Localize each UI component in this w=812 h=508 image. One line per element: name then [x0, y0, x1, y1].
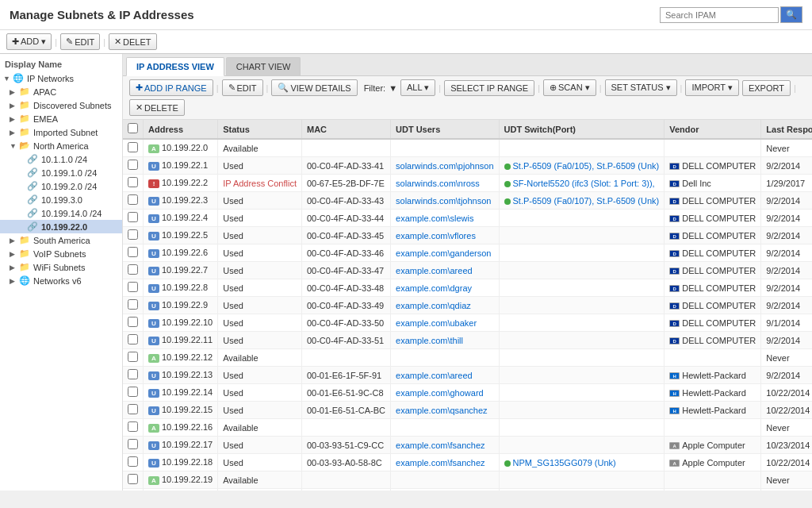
- expand-icon: ▶: [10, 102, 17, 110]
- sidebar-item-networks-v6[interactable]: ▶ 🌐 Networks v6: [0, 274, 122, 287]
- sidebar-item-emea[interactable]: ▶ 📁 EMEA: [0, 112, 122, 125]
- sidebar-item-10-199-14-0[interactable]: 🔗 10.199.14.0 /24: [0, 206, 122, 220]
- udt-user-link[interactable]: example.com\areed: [396, 371, 473, 380]
- network-icon: 🔗: [27, 194, 38, 205]
- set-status-button[interactable]: SET STATUS ▾: [605, 79, 677, 96]
- row-checkbox[interactable]: [128, 474, 138, 484]
- cell-mac: [301, 471, 390, 489]
- udt-user-link[interactable]: example.com\ghoward: [396, 388, 484, 398]
- udt-user-link[interactable]: example.com\slewis: [396, 214, 473, 223]
- row-checkbox[interactable]: [128, 387, 138, 397]
- row-checkbox[interactable]: [128, 282, 138, 292]
- cell-mac: 00-C0-4F-AD-33-41: [301, 157, 390, 175]
- row-checkbox[interactable]: [128, 299, 138, 310]
- row-checkbox[interactable]: [128, 369, 138, 379]
- udt-user-link[interactable]: example.com\ganderson: [396, 248, 491, 258]
- cell-mac: 00-67-E5-2B-DF-7E: [301, 175, 390, 192]
- sidebar-item-voip[interactable]: ▶ 📁 VoIP Subnets: [0, 247, 122, 260]
- udt-user-link[interactable]: example.com\dgray: [396, 283, 472, 293]
- udt-user-link[interactable]: example.com\fsanchez: [396, 441, 485, 450]
- cell-udt-users: solarwinds.com\tjohnson: [391, 192, 500, 210]
- sidebar-item-south-america[interactable]: ▶ 📁 South America: [0, 233, 122, 247]
- cell-udt-users: example.com\dgray: [391, 279, 500, 297]
- status-icon: U: [148, 337, 159, 345]
- action-edit-button[interactable]: ✎ EDIT: [222, 79, 263, 96]
- udt-user-link[interactable]: example.com\qsanchez: [396, 406, 488, 415]
- row-checkbox[interactable]: [128, 317, 138, 327]
- table-row: U10.199.22.13Used00-01-E6-1F-5F-91exampl…: [123, 367, 812, 384]
- cell-udt-switch: [499, 332, 665, 349]
- scan-button[interactable]: ⊕ SCAN ▾: [543, 79, 596, 96]
- tab-ip-address-view[interactable]: IP ADDRESS VIEW: [126, 57, 224, 76]
- row-checkbox[interactable]: [128, 264, 138, 275]
- tab-chart-view[interactable]: CHART VIEW: [226, 57, 301, 75]
- add-button[interactable]: ✚ ADD ▾: [6, 33, 52, 50]
- edit-button[interactable]: ✎ EDIT: [60, 33, 100, 50]
- folder-icon: 📂: [19, 140, 30, 151]
- row-checkbox[interactable]: [128, 160, 138, 170]
- import-button[interactable]: IMPORT ▾: [685, 79, 738, 96]
- udt-switch-link[interactable]: SF-Nortel5520 (ifc3 (Slot: 1 Port: 3)),: [513, 179, 655, 188]
- sidebar-item-apac[interactable]: ▶ 📁 APAC: [0, 85, 122, 98]
- sidebar-item-imported[interactable]: ▶ 📁 Imported Subnet: [0, 125, 122, 139]
- network-icon: 🔗: [27, 208, 38, 218]
- cell-last-response: 9/2/2014: [761, 297, 812, 314]
- udt-switch-link[interactable]: NPM_SG135GG079 (Unk): [513, 458, 616, 468]
- table-delete-button[interactable]: ✕ DELETE: [129, 99, 185, 116]
- view-details-button[interactable]: 🔍 VIEW DETAILS: [271, 79, 357, 96]
- row-checkbox[interactable]: [128, 404, 138, 414]
- cell-mac: 00-C0-4F-AD-33-44: [301, 210, 390, 227]
- cell-last-response: 9/1/2014: [761, 314, 812, 332]
- edit-icon: ✎: [66, 37, 73, 47]
- sidebar-item-ip-networks[interactable]: ▼ 🌐 IP Networks: [0, 71, 122, 85]
- sidebar-item-10-199-3-0[interactable]: 🔗 10.199.3.0: [0, 193, 122, 206]
- udt-user-link[interactable]: solarwinds.com\nross: [396, 179, 480, 188]
- select-all-checkbox[interactable]: [128, 123, 138, 133]
- cell-udt-users: example.com\areed: [391, 367, 500, 384]
- delete-button[interactable]: ✕ DELET: [109, 33, 156, 50]
- row-checkbox[interactable]: [128, 212, 138, 222]
- udt-user-link[interactable]: example.com\thill: [396, 336, 463, 345]
- row-checkbox[interactable]: [128, 456, 138, 467]
- vendor-icon: H: [669, 390, 680, 397]
- udt-user-link[interactable]: solarwinds.com\pjohnson: [396, 161, 494, 171]
- filter-all-button[interactable]: ALL ▾: [400, 79, 435, 96]
- sidebar-item-10-199-22-0[interactable]: 🔗 10.199.22.0: [0, 220, 122, 233]
- sidebar-item-wifi[interactable]: ▶ 📁 WiFi Subnets: [0, 260, 122, 274]
- add-ip-range-button[interactable]: ✚ ADD IP RANGE: [129, 79, 213, 96]
- search-button[interactable]: 🔍: [780, 6, 802, 23]
- cell-mac: 00-C0-4F-AD-33-45: [301, 227, 390, 244]
- select-ip-range-button[interactable]: SELECT IP RANGE: [444, 80, 534, 96]
- row-checkbox[interactable]: [128, 352, 138, 362]
- sidebar-item-10-1-1-0[interactable]: 🔗 10.1.1.0 /24: [0, 152, 122, 166]
- sidebar-item-label: 10.199.22.0: [41, 222, 87, 232]
- udt-switch-link[interactable]: St.P-6509 (Fa0/107), St.P-6509 (Unk): [513, 196, 660, 206]
- row-checkbox[interactable]: [128, 439, 138, 449]
- row-checkbox[interactable]: [128, 421, 138, 432]
- row-checkbox[interactable]: [128, 247, 138, 257]
- cell-vendor: AApple Computer: [665, 454, 761, 471]
- udt-switch-link[interactable]: St.P-6509 (Fa0/105), St.P-6509 (Unk): [513, 161, 660, 171]
- sidebar-item-10-199-2-0[interactable]: 🔗 10.199.2.0 /24: [0, 179, 122, 193]
- udt-user-link[interactable]: example.com\fsanchez: [396, 458, 485, 468]
- cell-last-response: 9/2/2014: [761, 210, 812, 227]
- row-checkbox[interactable]: [128, 229, 138, 240]
- sidebar-item-10-199-1-0[interactable]: 🔗 10.199.1.0 /24: [0, 166, 122, 179]
- row-checkbox[interactable]: [128, 142, 138, 152]
- udt-user-link[interactable]: example.com\areed: [396, 266, 473, 275]
- export-button[interactable]: EXPORT: [742, 80, 791, 96]
- row-checkbox[interactable]: [128, 177, 138, 187]
- vendor-icon: D: [669, 320, 680, 327]
- udt-user-link[interactable]: example.com\ubaker: [396, 318, 477, 328]
- row-checkbox[interactable]: [128, 334, 138, 344]
- sidebar-item-label: North America: [33, 141, 89, 151]
- udt-user-link[interactable]: example.com\vflores: [396, 231, 476, 241]
- select-all-header[interactable]: [123, 120, 144, 139]
- udt-user-link[interactable]: solarwinds.com\tjohnson: [396, 196, 491, 206]
- udt-user-link[interactable]: example.com\qdiaz: [396, 301, 471, 310]
- sidebar-item-north-america[interactable]: ▼ 📂 North America: [0, 139, 122, 152]
- cell-udt-switch: [499, 349, 665, 367]
- row-checkbox[interactable]: [128, 194, 138, 205]
- sidebar-item-discovered[interactable]: ▶ 📁 Discovered Subnets: [0, 98, 122, 112]
- search-input[interactable]: [660, 7, 779, 23]
